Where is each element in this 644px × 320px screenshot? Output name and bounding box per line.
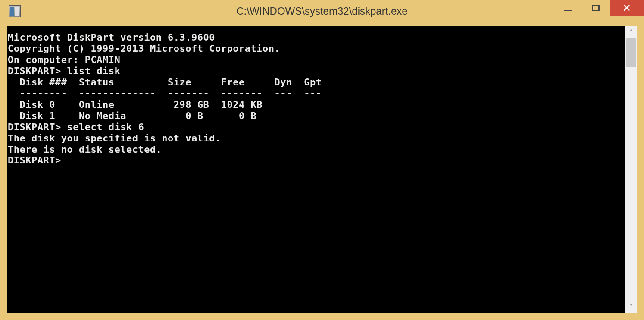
vertical-scrollbar[interactable]: ˄ ˅ bbox=[625, 26, 637, 313]
window-controls: ✕ bbox=[554, 0, 644, 16]
diskpart-window: C:\WINDOWS\system32\diskpart.exe ✕ Micro… bbox=[0, 0, 644, 320]
app-icon bbox=[9, 5, 21, 17]
scroll-track[interactable] bbox=[625, 38, 637, 301]
close-icon: ✕ bbox=[622, 3, 631, 13]
maximize-icon bbox=[592, 5, 600, 11]
copyright-line: Copyright (C) 1999-2013 Microsoft Corpor… bbox=[8, 43, 624, 54]
table-row: Disk 0 Online 298 GB 1024 KB bbox=[8, 99, 624, 110]
scroll-thumb[interactable] bbox=[626, 38, 636, 67]
prompt-line-2: DISKPART> select disk 6 bbox=[8, 122, 624, 133]
prompt-line-3: DISKPART> bbox=[8, 155, 624, 166]
maximize-button[interactable] bbox=[582, 0, 610, 16]
minimize-icon bbox=[564, 10, 572, 11]
minimize-button[interactable] bbox=[554, 0, 582, 16]
window-title: C:\WINDOWS\system32\diskpart.exe bbox=[236, 5, 407, 17]
titlebar[interactable]: C:\WINDOWS\system32\diskpart.exe ✕ bbox=[0, 0, 644, 22]
scroll-down-arrow-icon[interactable]: ˅ bbox=[625, 301, 637, 313]
console-area: Microsoft DiskPart version 6.3.9600Copyr… bbox=[7, 26, 637, 313]
table-divider: -------- ------------- ------- ------- -… bbox=[8, 88, 624, 99]
close-button[interactable]: ✕ bbox=[610, 0, 644, 16]
computer-line: On computer: PCAMIN bbox=[8, 54, 624, 66]
version-line: Microsoft DiskPart version 6.3.9600 bbox=[8, 32, 624, 43]
table-header: Disk ### Status Size Free Dyn Gpt bbox=[8, 77, 624, 88]
terminal-output[interactable]: Microsoft DiskPart version 6.3.9600Copyr… bbox=[7, 26, 625, 313]
table-row: Disk 1 No Media 0 B 0 B bbox=[8, 110, 624, 122]
scroll-up-arrow-icon[interactable]: ˄ bbox=[625, 26, 637, 38]
prompt-line-1: DISKPART> list disk bbox=[8, 66, 624, 77]
error-line: There is no disk selected. bbox=[8, 144, 624, 155]
error-line: The disk you specified is not valid. bbox=[8, 133, 624, 144]
